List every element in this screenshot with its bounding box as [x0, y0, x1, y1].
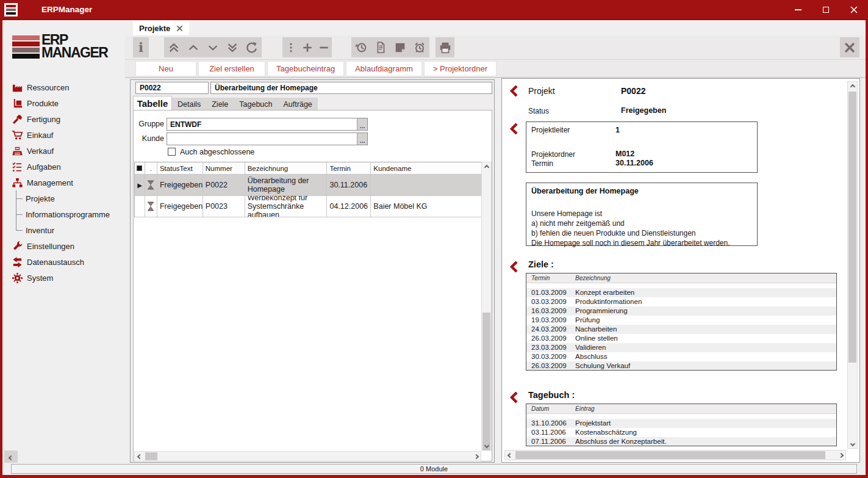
table-row[interactable]: ▶ Freigegeben P0022 Überarbeitung der Ho…: [135, 175, 481, 196]
trolley-icon: [10, 97, 24, 109]
scroll-right-arrow[interactable]: [472, 452, 481, 461]
sidebar-item-aufgaben[interactable]: Aufgaben: [2, 159, 125, 175]
sidebar-item-management[interactable]: Management: [2, 175, 125, 190]
select-all-header[interactable]: [135, 162, 145, 175]
project-number-field[interactable]: P0022: [135, 82, 209, 94]
sidebar-item-projekte[interactable]: Projekte: [2, 190, 125, 206]
title-bar: ERPManager: [0, 0, 868, 20]
history-button[interactable]: [351, 37, 371, 57]
maximize-button[interactable]: [812, 0, 840, 19]
move-up-button[interactable]: [184, 37, 203, 57]
reminder-button[interactable]: [410, 37, 429, 57]
cash-register-icon: [10, 145, 24, 157]
collapse-chevron-icon[interactable]: [509, 85, 519, 97]
close-button[interactable]: [840, 0, 868, 19]
scrollbar-thumb[interactable]: [482, 313, 490, 451]
kunde-input[interactable]: ...: [167, 132, 368, 145]
gruppe-input[interactable]: ENTWDF ...: [167, 118, 368, 131]
ziele-row: 23.03.2009 Validieren: [526, 343, 836, 352]
col-status-icon[interactable]: .: [145, 162, 157, 175]
sidebar-item-inventur[interactable]: Inventur: [2, 222, 125, 238]
tab-page-tabelle: Gruppe ENTWDF ... Kunde ... Auch abgesch…: [133, 110, 492, 462]
scroll-down-arrow[interactable]: [848, 439, 857, 448]
projekt-label: Projekt: [528, 86, 555, 96]
tagebuch-table-header: Datum Eintrag: [526, 404, 836, 414]
scroll-left-arrow[interactable]: [135, 452, 144, 461]
sidebar-item-einstellungen[interactable]: Einstellungen: [2, 238, 125, 254]
more-button[interactable]: [282, 37, 299, 57]
wrench-icon: [10, 240, 24, 252]
abgeschlossene-checkbox[interactable]: [168, 148, 176, 156]
view-close-button[interactable]: [840, 37, 859, 57]
sidebar-item-informationsprogramme[interactable]: Informationsprogramme: [2, 206, 125, 222]
sidebar-item-einkauf[interactable]: Einkauf: [2, 127, 125, 143]
sidebar-item-datenaustausch[interactable]: Datenaustausch: [2, 254, 125, 270]
tab-tabelle[interactable]: Tabelle: [133, 96, 172, 110]
action-button[interactable]: Ablaufdiagramm: [346, 61, 422, 76]
scrollbar-thumb[interactable]: [145, 452, 157, 460]
tagebuch-row: 07.11.2006 Abschluss der Konzeptarbeit.: [526, 437, 836, 446]
tab-details[interactable]: Details: [172, 98, 206, 110]
document-tab-projekte[interactable]: Projekte: [133, 21, 189, 35]
table-horizontal-scrollbar: [134, 451, 481, 462]
add-button[interactable]: [299, 37, 315, 57]
col-kundename[interactable]: Kundename: [371, 162, 481, 175]
shopping-cart-icon: [10, 129, 24, 141]
logo-bars-icon: [12, 34, 40, 59]
status-label: Status: [528, 107, 549, 115]
note-button[interactable]: [390, 37, 410, 57]
report-button[interactable]: [371, 37, 390, 57]
sidebar-item-produkte[interactable]: Produkte: [2, 95, 125, 111]
remove-button[interactable]: [315, 37, 332, 57]
tab-ziele[interactable]: Ziele: [206, 98, 234, 110]
sidebar-item-fertigung[interactable]: Fertigung: [2, 111, 125, 127]
sidebar-item-system[interactable]: System: [2, 270, 125, 286]
system-menu-icon[interactable]: [4, 3, 18, 16]
scroll-up-arrow[interactable]: [482, 162, 491, 172]
project-detail-panel: Projekt P0022 Status Freigegeben Projekt…: [501, 78, 860, 463]
col-statustext[interactable]: StatusText: [157, 162, 203, 175]
action-button[interactable]: > Projektordner: [424, 61, 497, 76]
col-termin[interactable]: Termin: [327, 162, 371, 175]
ziele-row: 26.03.2009 Online stellen: [526, 334, 836, 343]
table-row[interactable]: Freigegeben P0023 Werbekonzept für Syste…: [135, 196, 481, 217]
refresh-button[interactable]: [242, 37, 262, 57]
detail-horizontal-scrollbar: [504, 450, 846, 460]
scroll-down-arrow[interactable]: [482, 441, 491, 450]
ziele-row: 30.03.2009 Abschluss: [526, 352, 836, 361]
col-nummer[interactable]: Nummer: [203, 162, 245, 175]
print-button[interactable]: [436, 37, 454, 57]
maximize-icon: [823, 7, 829, 13]
tab-auftraege[interactable]: Aufträge: [278, 98, 318, 110]
plus-icon: [301, 41, 314, 54]
scroll-up-arrow[interactable]: [848, 82, 857, 91]
minimize-button[interactable]: [784, 0, 812, 19]
collapse-chevron-icon[interactable]: [509, 261, 519, 273]
document-icon: [374, 41, 387, 54]
collapse-all-button[interactable]: [164, 37, 184, 57]
action-button[interactable]: Tagebucheintrag: [267, 61, 344, 76]
scroll-left-arrow[interactable]: [505, 451, 514, 460]
sidebar-item-verkauf[interactable]: Verkauf: [2, 143, 125, 159]
tab-close-icon[interactable]: [176, 25, 183, 32]
scrollbar-thumb[interactable]: [515, 451, 825, 459]
sidebar-nav: Ressourcen Produkte Fertigung Einkauf Ve…: [2, 79, 125, 286]
sidebar-item-ressourcen[interactable]: Ressourcen: [2, 79, 125, 95]
tab-tagebuch[interactable]: Tagebuch: [234, 98, 278, 110]
gruppe-picker-button[interactable]: ...: [357, 118, 367, 130]
action-button[interactable]: Ziel erstellen: [198, 61, 265, 76]
sidebar-children: Projekte Informationsprogramme Inventur: [2, 190, 125, 238]
collapse-chevron-icon[interactable]: [509, 123, 519, 135]
move-down-button[interactable]: [203, 37, 223, 57]
expand-all-button[interactable]: [223, 37, 242, 57]
action-button[interactable]: Neu: [135, 61, 196, 76]
collapse-chevron-icon[interactable]: [509, 391, 519, 404]
kunde-picker-button[interactable]: ...: [357, 133, 367, 145]
ziele-row: 26.03.2009 Schulung Verkauf: [526, 361, 836, 371]
info-button[interactable]: i: [133, 37, 149, 57]
scroll-right-arrow[interactable]: [836, 451, 845, 460]
scrollbar-thumb[interactable]: [848, 92, 856, 363]
ziele-row: 03.03.2009 Produktinformationen: [526, 297, 836, 306]
project-title-field[interactable]: Überarbeitung der Homepage: [210, 82, 492, 94]
col-bezeichnung[interactable]: Bezeichnung: [245, 162, 328, 175]
